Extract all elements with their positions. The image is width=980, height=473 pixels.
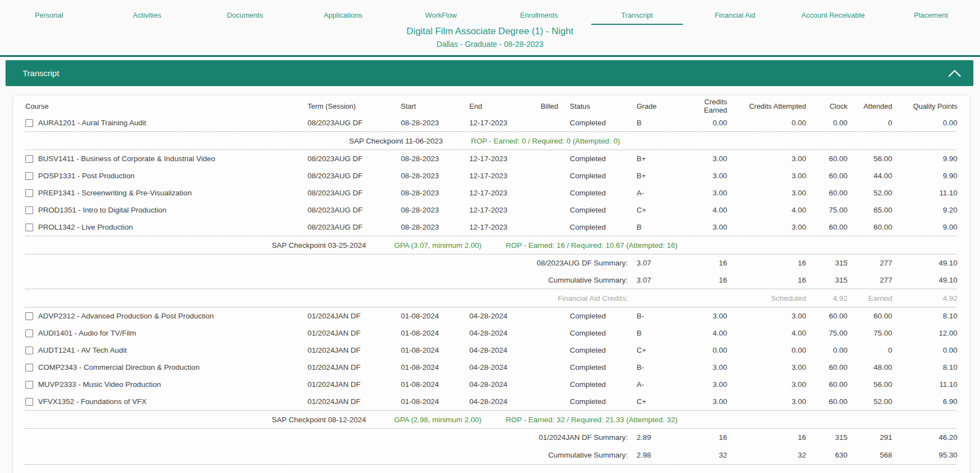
quality-points-cell: 8.10 [892,312,957,320]
clock-cell: 0.00 [806,346,847,354]
chevron-up-icon[interactable] [948,70,961,77]
col-header-status: Status [558,102,631,110]
end-date-cell: 04-28-2024 [469,397,528,406]
tab-transcript[interactable]: Transcript [588,11,686,26]
credits-earned-cell: 3.00 [680,172,727,180]
course-cell: PREP1341 - Screenwriting & Pre-Visualiza… [25,189,308,197]
start-date-cell: 08-28-2023 [401,223,469,231]
tab-activities[interactable]: Activities [98,11,197,26]
course-checkbox[interactable] [25,155,33,163]
status-cell: Completed [558,346,631,354]
course-checkbox[interactable] [25,206,33,214]
tab-account-receivable[interactable]: Account Receivable [784,11,882,26]
nav-tab-label: Documents [227,11,263,19]
col-header-attended: Attended [847,102,892,110]
credits-attempted-cell: 3.00 [727,172,806,180]
tab-enrollments[interactable]: Enrollments [490,11,589,26]
quality-points-cell: 9.90 [892,172,957,180]
summary-label: 08/2023AUG DF Summary: [25,259,631,267]
grade-cell: B [631,223,680,231]
credits-earned-cell: 3.00 [680,155,727,163]
sap-gpa-text: GPA (3.07, minimum 2.00) [394,241,481,249]
credits-attempted-cell: 3.00 [727,380,806,389]
nav-tab-label: Transcript [621,11,653,19]
course-checkbox[interactable] [25,189,33,197]
credits-earned-cell: 3.00 [680,312,727,320]
start-date-cell: 08-28-2023 [401,189,469,197]
course-cell: AUDT1241 - AV Tech Audit [25,346,308,354]
credits-attempted-cell: 3.00 [727,363,806,371]
summary-row: Cummulative Summary: 2.98 32 32 630 568 … [25,446,956,465]
course-checkbox[interactable] [25,224,33,231]
tab-financial-aid[interactable]: Financial Aid [686,11,785,26]
course-checkbox[interactable] [25,329,33,337]
course-name: AUDI1401 - Audio for TV/Film [38,329,136,337]
summary-credits-attempted: 16 [727,433,806,442]
earned-value: 4.92 [892,294,957,302]
col-header-credits-attempted: Credits Attempted [727,102,806,110]
nav-tab-label: Placement [914,11,948,19]
tab-applications[interactable]: Applications [294,11,393,26]
grade-cell: B [631,119,680,127]
sap-rop-text: ROP - Earned: 16 / Required: 10.67 (Atte… [506,241,677,249]
course-checkbox[interactable] [25,398,33,406]
course-checkbox[interactable] [25,347,33,354]
summary-attended: 291 [847,433,892,442]
end-date-cell: 12-17-2023 [469,119,528,127]
clock-cell: 60.00 [806,397,847,406]
summary-clock: 315 [806,259,847,267]
course-checkbox[interactable] [25,381,33,389]
course-row: PROL1342 - Live Production 08/2023AUG DF… [25,219,956,236]
attended-cell: 56.00 [847,155,892,163]
tab-documents[interactable]: Documents [196,11,294,26]
clock-cell: 75.00 [806,329,847,337]
start-date-cell: 08-28-2023 [401,172,469,180]
course-name: VFVX1352 - Foundations of VFX [38,397,147,406]
term-cell: 08/2023AUG DF [308,119,401,127]
course-cell: MUVP2333 - Music Video Production [25,380,308,389]
course-name: AURA1201 - Aural Training Audit [38,119,146,127]
tab-placement[interactable]: Placement [882,11,980,26]
end-date-cell: 12-17-2023 [469,172,528,180]
clock-cell: 0.00 [806,119,847,127]
term-cell: 01/2024JAN DF [308,329,401,337]
transcript-panel-header[interactable]: Transcript [6,60,973,86]
summary-attended: 568 [847,451,892,459]
summary-gpa-cell: 3.07 [631,259,680,267]
status-cell: Completed [558,223,631,231]
status-cell: Completed [558,312,631,320]
quality-points-cell: 9.90 [892,155,957,163]
sap-rop-text: ROP - Earned: 0 / Required: 0 (Attempted… [471,137,620,145]
summary-gpa-cell: 2.89 [631,433,680,442]
tab-personal[interactable]: Personal [0,11,98,26]
attended-cell: 65.00 [847,206,892,214]
credits-attempted-cell: 3.00 [727,155,806,163]
course-checkbox[interactable] [25,364,33,371]
tab-workflow[interactable]: WorkFlow [392,11,490,26]
summary-credits-earned: 16 [680,259,727,267]
attended-cell: 75.00 [847,329,892,337]
credits-attempted-cell: 3.00 [727,189,806,197]
course-row: PREP1341 - Screenwriting & Pre-Visualiza… [25,184,956,201]
course-cell: BUSV1411 - Business of Corporate & Indus… [25,155,308,163]
start-date-cell: 01-08-2024 [401,380,469,389]
start-date-cell: 08-28-2023 [401,206,469,214]
summary-credits-earned: 16 [680,433,727,442]
summary-label: Cummulative Summary: [25,451,631,459]
transcript-table-body: AURA1201 - Aural Training Audit 08/2023A… [25,114,956,465]
page-title: Digital Film Associate Degree (1) - Nigh… [0,26,980,37]
credits-attempted-cell: 3.00 [727,223,806,231]
attended-cell: 48.00 [847,363,892,371]
credits-attempted-cell: 0.00 [727,119,806,127]
status-cell: Completed [558,363,631,371]
course-checkbox[interactable] [25,119,33,127]
credits-earned-cell: 3.00 [680,380,727,389]
end-date-cell: 04-28-2024 [469,346,528,354]
credits-attempted-cell: 3.00 [727,397,806,406]
credits-attempted-cell: 4.00 [727,206,806,214]
course-row: ADVP2312 - Advanced Production & Post Pr… [25,307,956,325]
course-checkbox[interactable] [25,172,33,180]
course-checkbox[interactable] [25,312,33,320]
credits-attempted-cell: 0.00 [727,346,806,354]
attended-cell: 0 [847,119,892,127]
